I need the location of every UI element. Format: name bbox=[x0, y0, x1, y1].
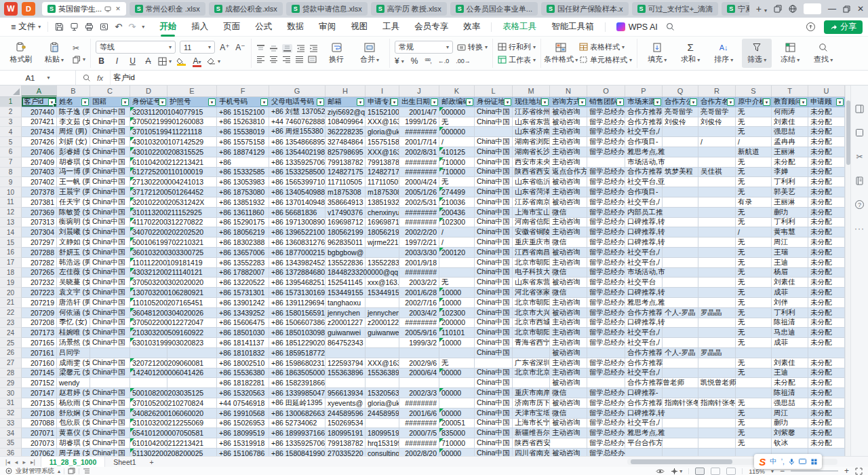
cell[interactable]: 无 bbox=[736, 338, 772, 348]
cell[interactable] bbox=[698, 127, 736, 137]
cell[interactable]: +86 1354866895 bbox=[269, 137, 326, 147]
cell[interactable]: 未分配 bbox=[808, 227, 845, 238]
cell[interactable]: 无 bbox=[736, 288, 772, 298]
cell[interactable]: 主动咨询 bbox=[550, 127, 587, 137]
vertical-scrollbar[interactable] bbox=[845, 86, 850, 456]
cell[interactable] bbox=[439, 268, 475, 278]
last-sheet-icon[interactable]: ▸| bbox=[31, 459, 35, 466]
cell[interactable]: +86 1877000215 bbox=[269, 248, 326, 258]
cell[interactable]: 社交平台,/ bbox=[625, 127, 663, 137]
cell[interactable]: China中国 bbox=[475, 278, 513, 288]
cell[interactable]: China中国 bbox=[90, 419, 130, 429]
cell[interactable]: 新航道 bbox=[736, 147, 772, 157]
cell[interactable]: China中国 bbox=[90, 238, 130, 248]
cell[interactable]: 济南市历下 bbox=[513, 398, 550, 408]
add-sheet-button[interactable]: + bbox=[144, 458, 159, 466]
cell[interactable]: 江苏省徐州 bbox=[513, 107, 550, 117]
cell[interactable]: bgbgbow@ bbox=[326, 248, 366, 258]
justify-icon[interactable] bbox=[295, 56, 304, 63]
cell[interactable]: 207403 bbox=[22, 168, 57, 178]
sum-button[interactable]: Σ 求和 ▾ bbox=[675, 39, 705, 68]
tab-view[interactable]: 视图 bbox=[344, 19, 374, 35]
cell[interactable]: China中国 bbox=[475, 438, 513, 449]
cell[interactable]: 无 bbox=[736, 358, 772, 368]
cell[interactable]: 无 bbox=[736, 419, 772, 429]
cell[interactable]: 被动咨询 bbox=[550, 248, 587, 258]
cell[interactable]: 微信 bbox=[550, 208, 587, 218]
selection-mode-icon[interactable]: ▾ bbox=[671, 468, 682, 475]
row-header[interactable]: 34 bbox=[0, 428, 22, 438]
cell[interactable]: 黄嘉仪 (女 bbox=[57, 428, 90, 438]
cell[interactable] bbox=[698, 338, 736, 348]
cell[interactable]: 合作方推荐 bbox=[625, 107, 663, 117]
cell[interactable]: 610104200212213421 bbox=[130, 438, 167, 449]
cell[interactable]: 无 bbox=[439, 177, 475, 187]
cell[interactable]: 丁利利 bbox=[772, 308, 808, 318]
cell[interactable]: 200051 bbox=[439, 419, 475, 429]
row-header[interactable]: 33 bbox=[0, 419, 22, 429]
cell[interactable]: 2002/2/20 bbox=[399, 227, 439, 238]
row-header[interactable]: 28 bbox=[0, 368, 22, 379]
borders-icon[interactable]: ▾ bbox=[158, 57, 172, 66]
col-header-I[interactable]: I bbox=[366, 86, 399, 96]
cell[interactable]: 180562199 bbox=[326, 227, 366, 238]
header-cell[interactable]: 身份证地▾ bbox=[475, 97, 513, 107]
cell[interactable]: 唐浩轩 (男 bbox=[57, 298, 90, 308]
cell[interactable]: 362228235 bbox=[326, 127, 366, 137]
close-button[interactable]: ✕ bbox=[857, 5, 864, 13]
cell[interactable]: China中国 bbox=[475, 268, 513, 278]
cell[interactable]: 主动咨询 bbox=[550, 298, 587, 308]
cell[interactable]: 无 bbox=[736, 187, 772, 197]
cell[interactable] bbox=[550, 438, 587, 449]
cell[interactable]: 主动咨询 bbox=[550, 428, 587, 438]
row-header[interactable]: 12 bbox=[0, 208, 22, 218]
cell[interactable]: 李婵 bbox=[772, 168, 808, 178]
copy-icon[interactable]: ▾ bbox=[73, 56, 85, 64]
cell[interactable]: 153205639 bbox=[366, 388, 399, 398]
cell[interactable]: 社交平台 bbox=[625, 278, 663, 288]
cell[interactable]: 返点合作方 bbox=[550, 168, 587, 178]
cell[interactable]: 1999/3/2 bbox=[399, 338, 439, 348]
cell[interactable]: +86 1859518772 bbox=[269, 348, 326, 358]
cell[interactable]: +86 18056219 bbox=[217, 227, 269, 238]
cell[interactable]: 留学总经办 bbox=[587, 117, 625, 128]
cell[interactable] bbox=[698, 438, 736, 449]
cell[interactable]: 吴佳祺 bbox=[698, 168, 736, 178]
col-header-O[interactable]: O bbox=[587, 86, 625, 96]
window-icon[interactable] bbox=[855, 128, 864, 137]
cell[interactable]: 留学总经办 bbox=[587, 268, 625, 278]
cell[interactable]: 2000/6/4 bbox=[399, 368, 439, 379]
cell[interactable]: 000000 bbox=[439, 127, 475, 137]
cell[interactable]: 留学总经办 bbox=[587, 248, 625, 258]
cell[interactable]: 2001/4/7 bbox=[399, 107, 439, 117]
cell[interactable]: 135522836 bbox=[326, 258, 366, 268]
cell[interactable]: 北京市西城 bbox=[513, 318, 550, 328]
cell[interactable]: China中国 bbox=[90, 338, 130, 348]
cell[interactable]: 刘妍 (女) bbox=[57, 137, 90, 147]
col-header-A[interactable]: A bbox=[22, 86, 57, 96]
cell[interactable] bbox=[698, 187, 736, 197]
cell[interactable]: +86 15106786 bbox=[217, 449, 269, 456]
fx-icon[interactable]: fx bbox=[97, 74, 103, 82]
cell[interactable]: 150269534 bbox=[326, 419, 366, 429]
cell[interactable] bbox=[439, 258, 475, 268]
cell[interactable]: China中国 bbox=[90, 137, 130, 147]
cell[interactable]: China中国 bbox=[475, 227, 513, 238]
cell[interactable]: 主动咨询 bbox=[550, 147, 587, 157]
cell[interactable]: 赵君婷 (女 bbox=[57, 388, 90, 398]
cell[interactable]: 500108200203035125 bbox=[130, 388, 167, 398]
cell[interactable]: 刘素佳 bbox=[772, 117, 808, 128]
cell[interactable]: 合作方推荐 bbox=[625, 348, 663, 358]
help-icon[interactable]: ? bbox=[855, 200, 864, 209]
cell[interactable]: 留学总经办 bbox=[587, 298, 625, 308]
cell[interactable]: +86 15026953 bbox=[217, 419, 269, 429]
tab-smart-toolbox[interactable]: 智能工具箱 bbox=[545, 19, 601, 35]
cell[interactable]: 未分配 bbox=[808, 338, 845, 348]
cell[interactable]: +44 7460762888 bbox=[269, 117, 326, 128]
cell[interactable]: 207402 bbox=[22, 177, 57, 187]
cell[interactable]: 207160 bbox=[22, 358, 57, 368]
row-header[interactable]: 36 bbox=[0, 449, 22, 456]
cell[interactable] bbox=[167, 348, 217, 358]
cell[interactable]: m1875308 bbox=[366, 187, 399, 197]
cell[interactable] bbox=[366, 378, 399, 388]
